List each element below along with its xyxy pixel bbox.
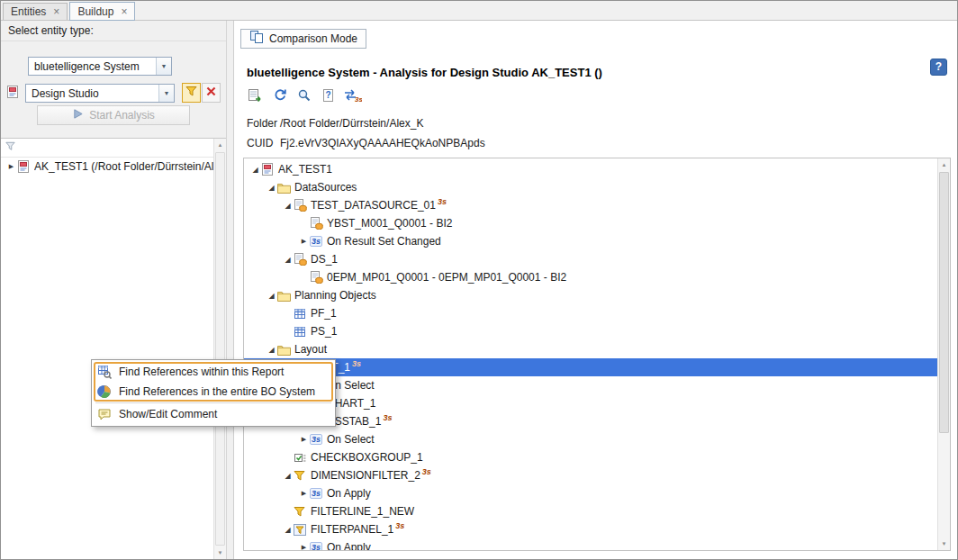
chevron-collapsed-icon[interactable]: ▶: [5, 163, 17, 170]
tree-row[interactable]: ▶3sOn Apply: [244, 484, 937, 502]
tree-row[interactable]: ◢Layout: [244, 340, 937, 358]
start-analysis-button[interactable]: Start Analysis: [37, 105, 190, 125]
menu-item-find-references-report[interactable]: Find References within this Report: [94, 362, 333, 382]
context-menu: Find References within this ReportFind R…: [91, 359, 336, 427]
tree-row[interactable]: ▶3sOn Apply: [244, 538, 937, 550]
tree-item-label: Planning Objects: [294, 289, 376, 302]
script3s-icon: 3s: [310, 488, 327, 499]
show-edit-comment-icon: [96, 408, 113, 421]
tab-buildup[interactable]: Buildup ×: [69, 2, 135, 21]
analysis-panel: Comparison Mode bluetelligence System - …: [233, 21, 957, 559]
entity-type-select[interactable]: Design Studio ▼: [25, 84, 175, 103]
tab-entities[interactable]: Entities ×: [3, 3, 68, 20]
entity-type-icon: [6, 86, 21, 100]
chevron-expanded-icon[interactable]: ◢: [249, 166, 261, 174]
help-button[interactable]: ?: [930, 59, 947, 76]
chevron-collapsed-icon[interactable]: ▶: [298, 490, 310, 497]
tree-row[interactable]: ◢DIMENSIONFILTER_23s: [244, 466, 937, 484]
chevron-expanded-icon[interactable]: ◢: [282, 202, 294, 210]
find-references-system-icon: [96, 384, 113, 399]
tree-row[interactable]: ◢DS_1: [244, 250, 937, 268]
refresh-3s-icon[interactable]: 3s: [343, 87, 362, 103]
scroll-up-icon[interactable]: ▲: [214, 139, 226, 151]
close-icon[interactable]: ×: [121, 5, 127, 18]
tree-row[interactable]: CHART_1: [244, 394, 937, 412]
tree-item-label: On Apply: [327, 487, 371, 500]
tab-label: Entities: [11, 5, 46, 18]
scroll-down-icon[interactable]: ▼: [214, 546, 226, 559]
tree-row[interactable]: PF_1: [244, 304, 937, 322]
search-icon[interactable]: [294, 87, 313, 103]
tree-row[interactable]: ▶3sOn Select: [244, 430, 937, 448]
scrollbar-thumb[interactable]: [939, 172, 949, 433]
start-analysis-label: Start Analysis: [89, 109, 155, 122]
menu-item-show-edit-comment[interactable]: Show/Edit Comment: [94, 404, 333, 424]
tree-row[interactable]: ◢CROSSTAB_13s: [244, 412, 937, 430]
analysis-toolbar: ?3s: [246, 87, 362, 103]
chevron-expanded-icon[interactable]: ◢: [282, 526, 294, 534]
play-icon: [72, 108, 84, 122]
tree-row[interactable]: ▶3sOn Select: [244, 376, 937, 394]
chevron-collapsed-icon[interactable]: ▶: [298, 544, 310, 550]
tree-row[interactable]: YBST_M001_Q0001 - BI2: [244, 214, 937, 232]
tree-item-label: DIMENSIONFILTER_2: [311, 469, 420, 482]
scroll-down-icon[interactable]: ▼: [938, 537, 950, 550]
menu-item-find-references-system[interactable]: Find References in the entire BO System: [94, 382, 333, 402]
cuid-label: CUID: [247, 137, 280, 149]
chevron-collapsed-icon[interactable]: ▶: [298, 436, 310, 443]
chevron-expanded-icon[interactable]: ◢: [282, 256, 294, 264]
folder-label: Folder: [247, 117, 280, 130]
tree-row[interactable]: ◢Planning Objects: [244, 286, 937, 304]
tree-row[interactable]: ◢DataSources: [244, 178, 937, 196]
find-references-report-icon: [96, 365, 113, 379]
clear-filter-button[interactable]: [202, 83, 221, 103]
tree-row[interactable]: 0EPM_MP01_Q0001 - 0EPM_MP01_Q0001 - BI2: [244, 268, 937, 286]
tree-item-label: TEST_DATASOURCE_01: [311, 199, 436, 212]
tree-row[interactable]: ◢FILTERPANEL_13s: [244, 520, 937, 538]
export-table-icon[interactable]: [246, 87, 265, 103]
help-doc-icon[interactable]: ?: [319, 87, 338, 103]
tree-item-label: DS_1: [311, 253, 338, 266]
close-icon[interactable]: ×: [53, 5, 59, 18]
system-select[interactable]: bluetelligence System ▼: [28, 57, 172, 76]
tree-row[interactable]: PS_1: [244, 322, 937, 340]
chevron-expanded-icon[interactable]: ◢: [266, 292, 277, 300]
tree-item-label: On Select: [327, 433, 375, 446]
tree-row[interactable]: FILTERLINE_1_NEW: [244, 502, 937, 520]
seconds-badge: 3s: [352, 359, 361, 368]
refresh-icon[interactable]: [270, 87, 289, 103]
panel-splitter[interactable]: [226, 21, 233, 559]
menu-item-label: Find References in the entire BO System: [119, 385, 315, 398]
filter-row-icon: [5, 141, 15, 154]
script3s-icon: 3s: [310, 236, 327, 247]
scrollbar-thumb[interactable]: [215, 152, 225, 546]
tree-row[interactable]: CHECKBOXGROUP_1: [244, 448, 937, 466]
tree-item-label: AK_TEST1: [278, 163, 332, 176]
menu-item-label: Find References within this Report: [119, 366, 284, 378]
entity-list-item-label: AK_TEST1 (/Root Folder/Dürrstein/Alex_K): [34, 160, 213, 173]
comparison-mode-button[interactable]: Comparison Mode: [240, 29, 366, 49]
tree-row[interactable]: ◢TEXT_13s: [244, 358, 937, 376]
scroll-up-icon[interactable]: ▲: [938, 158, 950, 171]
comparison-mode-label: Comparison Mode: [269, 32, 357, 45]
tree-scrollbar[interactable]: ▲ ▼: [937, 158, 950, 550]
chevron-down-icon[interactable]: ▼: [158, 85, 174, 102]
tree-item-label: DataSources: [294, 181, 357, 194]
seconds-badge: 3s: [438, 197, 447, 206]
tree-row[interactable]: ◢AK_TEST1: [244, 160, 937, 178]
analysis-title: bluetelligence System - Analysis for Des…: [247, 66, 602, 79]
left-scrollbar[interactable]: ▲ ▼: [213, 139, 226, 559]
script3s-icon: 3s: [310, 542, 327, 550]
tree-row[interactable]: ◢TEST_DATASOURCE_013s: [244, 196, 937, 214]
grid-icon: [294, 326, 311, 338]
chevron-expanded-icon[interactable]: ◢: [282, 472, 294, 480]
entity-list-item[interactable]: ▶ AK_TEST1 (/Root Folder/Dürrstein/Alex_…: [1, 158, 213, 176]
grid-filter-row[interactable]: [1, 139, 213, 158]
chevron-collapsed-icon[interactable]: ▶: [298, 238, 310, 245]
filter-toggle-button[interactable]: [182, 83, 201, 103]
chevron-expanded-icon[interactable]: ◢: [266, 184, 277, 192]
chevron-expanded-icon[interactable]: ◢: [266, 346, 277, 354]
chevron-down-icon[interactable]: ▼: [156, 58, 171, 75]
tree-row[interactable]: ▶3sOn Result Set Changed: [244, 232, 937, 250]
filter-icon: [294, 470, 311, 482]
